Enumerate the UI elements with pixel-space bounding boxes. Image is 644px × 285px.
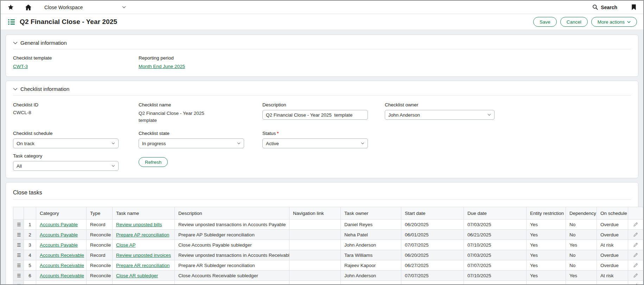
- task-name-link[interactable]: Review unposted bills: [116, 222, 162, 227]
- type-cell: Reconcile: [87, 260, 113, 271]
- checklist-template-link[interactable]: CWT-3: [13, 64, 28, 69]
- drag-handle[interactable]: ☰: [13, 250, 24, 260]
- column-header-type: Type: [87, 207, 113, 219]
- refresh-button[interactable]: Refresh: [139, 157, 168, 167]
- due-date-cell: 07/10/2025: [464, 271, 527, 281]
- edit-row-button[interactable]: [628, 260, 643, 271]
- edit-row-button[interactable]: [628, 271, 643, 281]
- more-actions-label: More actions: [598, 19, 625, 25]
- edit-row-button[interactable]: [628, 240, 643, 250]
- home-icon[interactable]: [25, 4, 32, 11]
- workspace-label: Close Workspace: [44, 5, 83, 10]
- start-date-cell: 06/20/2025: [401, 219, 464, 230]
- page-content: General information Checklist template C…: [1, 30, 643, 284]
- navigation-link-cell: Reconciliation--Bank: [289, 281, 341, 284]
- start-date-cell: 07/07/2025: [401, 240, 464, 250]
- entity-restriction-cell: Yes: [527, 219, 566, 230]
- selected-value: Active: [266, 141, 279, 146]
- field-label: Checklist name: [139, 102, 262, 107]
- edit-row-button[interactable]: [628, 219, 643, 230]
- navigation-link-cell: [289, 260, 341, 271]
- checklist-list-icon[interactable]: [8, 19, 15, 25]
- search-button[interactable]: Search: [592, 4, 617, 10]
- category-link[interactable]: Accounts Receivable: [40, 263, 84, 268]
- category-link[interactable]: Accounts Receivable: [40, 273, 84, 278]
- required-marker: *: [277, 131, 279, 136]
- task-owner-cell: John Anderson: [341, 240, 401, 250]
- type-cell: Reconcile: [87, 281, 113, 284]
- category-cell: Cash Management: [36, 281, 87, 284]
- checklist-info-row-3: Task category All Refresh: [13, 153, 631, 171]
- field-label: Description: [262, 102, 385, 107]
- workspace-selector[interactable]: Close Workspace: [44, 5, 126, 10]
- checklist-name-field: Checklist name Q2 Financial Close - Year…: [139, 102, 262, 124]
- task-owner-cell: John Anderson: [341, 271, 401, 281]
- drag-handle[interactable]: ☰: [13, 271, 24, 281]
- edit-row-button[interactable]: [628, 230, 643, 240]
- task-category-select[interactable]: All: [13, 161, 119, 171]
- drag-handle[interactable]: ☰: [13, 281, 24, 284]
- task-name-link[interactable]: Close AP: [116, 242, 136, 248]
- drag-handle[interactable]: ☰: [13, 240, 24, 250]
- task-name-link[interactable]: Close AR subledger: [116, 273, 158, 278]
- category-link[interactable]: Accounts Payable: [40, 242, 78, 248]
- more-actions-button[interactable]: More actions: [591, 17, 637, 27]
- category-link[interactable]: Accounts Receivable: [40, 253, 84, 258]
- description-cell: Review unposted transactions in Accounts…: [175, 250, 289, 260]
- close-tasks-section: Close tasks Category Type Task name D: [6, 182, 638, 284]
- chevron-down-icon: [111, 142, 115, 144]
- drag-handle[interactable]: ☰: [13, 260, 24, 271]
- start-date-cell: 06/20/2025: [401, 250, 464, 260]
- due-date-cell: 07/10/2025: [464, 240, 527, 250]
- task-name-link[interactable]: Reconcile Bank Accounts: [116, 283, 170, 284]
- on-schedule-cell: At risk: [597, 271, 628, 281]
- save-button[interactable]: Save: [533, 17, 557, 27]
- due-date-cell: 07/05/2025: [464, 281, 527, 284]
- bookmark-icon[interactable]: [631, 4, 636, 10]
- category-cell: Accounts Receivable: [36, 250, 87, 260]
- field-label: Checklist ID: [13, 102, 139, 107]
- checklist-id-value: CWCL-8: [13, 110, 139, 115]
- edit-row-button[interactable]: [628, 281, 643, 284]
- entity-restriction-cell: No: [527, 281, 566, 284]
- start-date-cell: 06/27/2025: [401, 281, 464, 284]
- checklist-information-section: Checklist information Checklist ID CWCL-…: [6, 81, 638, 178]
- description-input[interactable]: [262, 110, 368, 120]
- start-date-cell: 07/07/2025: [401, 271, 464, 281]
- general-info-fields: Checklist template CWT-3 Reporting perio…: [13, 55, 631, 69]
- type-cell: Reconcile: [87, 230, 113, 240]
- task-name-link[interactable]: Review unposted invoices: [116, 253, 171, 258]
- task-name-cell: Review unposted bills: [113, 219, 175, 230]
- category-link[interactable]: Accounts Payable: [40, 232, 78, 237]
- pencil-icon: [632, 262, 639, 268]
- close-tasks-table: Category Type Task name Description Navi…: [13, 207, 643, 284]
- reporting-period-link[interactable]: Month End June 2025: [139, 64, 185, 69]
- task-owner-cell: Tara Williams: [341, 250, 401, 260]
- row-number: 4: [24, 250, 36, 260]
- checklist-information-header[interactable]: Checklist information: [13, 86, 631, 95]
- checklist-state-select[interactable]: In progress: [139, 138, 244, 148]
- category-link[interactable]: Accounts Payable: [40, 222, 78, 227]
- task-name-cell: Close AR subledger: [113, 271, 175, 281]
- navigation-link[interactable]: Reconciliation--Bank: [293, 283, 337, 284]
- entity-restriction-cell: Yes: [527, 271, 566, 281]
- task-name-link[interactable]: Prepare AR reconciliation: [116, 263, 170, 268]
- category-link[interactable]: Cash Management: [40, 283, 80, 284]
- task-name-link[interactable]: Prepare AP reconciliation: [116, 232, 169, 237]
- checklist-schedule-select[interactable]: On track: [13, 138, 119, 148]
- column-header-dependency: Dependency: [566, 207, 597, 219]
- dependency-cell: No: [566, 250, 597, 260]
- checklist-owner-select[interactable]: John Anderson: [385, 110, 495, 120]
- favorites-star-icon[interactable]: [8, 4, 14, 10]
- drag-handle[interactable]: ☰: [13, 230, 24, 240]
- general-information-header[interactable]: General information: [13, 40, 631, 49]
- section-title: General information: [20, 40, 67, 46]
- row-number: 7: [24, 281, 36, 284]
- status-select[interactable]: Active: [262, 138, 368, 148]
- pencil-icon: [632, 232, 639, 237]
- cancel-button[interactable]: Cancel: [560, 17, 588, 27]
- task-owner-cell: Neha Patel: [341, 230, 401, 240]
- edit-column-header: [628, 207, 643, 219]
- drag-handle[interactable]: ☰: [13, 219, 24, 230]
- edit-row-button[interactable]: [628, 250, 643, 260]
